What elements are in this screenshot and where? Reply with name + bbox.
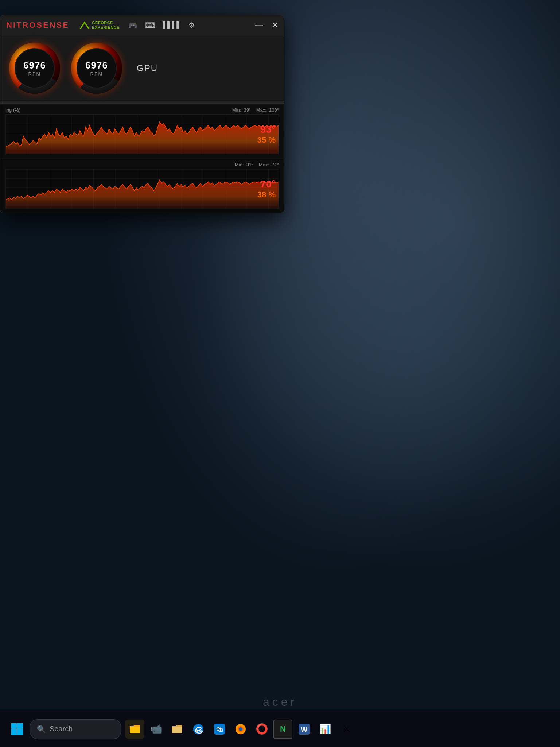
graph-temp-2: 70°: [257, 178, 276, 190]
svg-rect-4: [11, 729, 17, 735]
graph-min-label-1: Min:: [232, 107, 241, 113]
geforce-badge: GEFORCE EXPERIENCE: [79, 20, 120, 29]
fan2-ring-visual: 6976 RPM: [71, 43, 122, 94]
graph-area-2: 70° 38 %: [5, 169, 279, 209]
chart-svg-1: [6, 115, 279, 154]
graph-max-label-1: Max:: [256, 107, 267, 113]
graph-min-val-1: 39°: [244, 107, 251, 113]
firefox-icon: [235, 724, 246, 735]
search-icon: 🔍: [37, 725, 46, 734]
fan2-unit: RPM: [90, 71, 103, 77]
files-icon: [171, 724, 183, 734]
title-bar-controls: — ✕: [255, 20, 278, 30]
gpu-label: GPU: [137, 63, 158, 73]
acer-brand: acer: [263, 695, 297, 709]
fan1-gauge-ring: 6976 RPM: [9, 43, 60, 94]
edge-icon: [193, 724, 204, 735]
svg-point-11: [239, 727, 242, 731]
graph-max-val-2: 71°: [272, 162, 279, 167]
graph-header-2: Min: 31° Max: 71°: [5, 162, 279, 167]
taskbar-icon-folder[interactable]: [168, 720, 187, 739]
audio-icon[interactable]: ▌▌▌▌: [163, 21, 181, 29]
gamepad-icon[interactable]: 🎮: [128, 21, 137, 30]
taskbar-icon-store[interactable]: 🛍: [210, 720, 229, 739]
fan2-gauge-ring: 6976 RPM: [71, 43, 122, 94]
minimize-button[interactable]: —: [255, 20, 263, 30]
taskbar-icon-n[interactable]: N: [273, 720, 292, 739]
search-bar[interactable]: 🔍 Search: [30, 719, 121, 739]
fan2-gauge: 6976 RPM: [71, 43, 122, 94]
search-text: Search: [50, 725, 73, 733]
fan2-value: 6976: [85, 60, 108, 71]
start-button[interactable]: [7, 719, 27, 739]
svg-rect-2: [11, 723, 17, 729]
graph-max-val-1: 100°: [269, 107, 279, 113]
taskbar-icon-zoom[interactable]: 📹: [147, 720, 166, 739]
fan2-inner: 6976 RPM: [77, 48, 117, 88]
graph-max-label-2: Max:: [259, 162, 269, 167]
fan1-gauge: 6976 RPM: [9, 43, 60, 94]
zoom-icon: 📹: [150, 723, 162, 735]
n-icon: N: [280, 724, 286, 734]
graph-area-1: 93° 35 %: [5, 114, 279, 154]
geforce-line1: GEFORCE: [92, 20, 120, 25]
svg-text:W: W: [301, 725, 308, 734]
graph-label-1: ing (%): [5, 107, 20, 113]
taskbar-icon-chart[interactable]: 📊: [316, 720, 335, 739]
graph-pct-2: 38 %: [257, 190, 276, 200]
folder-icon: [129, 724, 141, 734]
title-bar: NITROSENSE GEFORCE EXPERIENCE 🎮 ⌨ ▌▌▌▌ ⚙…: [0, 15, 284, 35]
graph-values-2: 70° 38 %: [257, 178, 276, 200]
graph-panel-2: Min: 31° Max: 71°: [0, 158, 284, 213]
windows-logo-icon: [11, 723, 24, 736]
svg-text:🛍: 🛍: [216, 726, 223, 733]
fan-section: 6976 RPM 6976 RPM GPU: [0, 35, 284, 101]
graph-temp-1: 93°: [257, 124, 276, 135]
taskbar-icon-circle[interactable]: ⭕: [252, 720, 271, 739]
title-bar-icons: 🎮 ⌨ ▌▌▌▌ ⚙: [128, 21, 195, 30]
taskbar-icon-firefox[interactable]: [231, 720, 250, 739]
app-title: NITROSENSE: [6, 20, 69, 30]
fan1-value: 6976: [23, 60, 46, 71]
close-button[interactable]: ✕: [272, 20, 278, 30]
taskbar-icon-word[interactable]: W: [295, 720, 314, 739]
graph-pct-1: 35 %: [257, 135, 276, 145]
title-red: NITRO: [6, 20, 36, 30]
settings-icon[interactable]: ⚙: [188, 21, 195, 30]
geforce-text-block: GEFORCE EXPERIENCE: [92, 20, 120, 29]
taskbar-icon-files[interactable]: [125, 720, 144, 739]
fan1-ring-visual: 6976 RPM: [9, 43, 60, 94]
store-icon: 🛍: [214, 724, 225, 735]
taskbar-icons: 📹 🛍: [125, 720, 356, 739]
graph-values-1: 93° 35 %: [257, 124, 276, 145]
geforce-logo-icon: [79, 21, 90, 29]
chart-svg-2: [6, 169, 279, 209]
svg-rect-5: [18, 729, 23, 735]
geforce-line2: EXPERIENCE: [92, 25, 120, 30]
graph-minmax-1: Min: 39° Max: 100°: [232, 107, 279, 113]
fan1-unit: RPM: [28, 71, 41, 77]
graph-min-label-2: Min:: [235, 162, 244, 167]
taskbar: 🔍 Search 📹: [0, 711, 560, 747]
graph-minmax-2: Min: 31° Max: 71°: [235, 162, 279, 167]
graph-header-1: ing (%) Min: 39° Max: 100°: [5, 107, 279, 113]
graph-min-val-2: 31°: [246, 162, 254, 167]
svg-rect-3: [18, 723, 23, 729]
word-icon: W: [299, 724, 310, 735]
fan1-inner: 6976 RPM: [15, 48, 55, 88]
keyboard-icon[interactable]: ⌨: [145, 21, 155, 30]
title-white: SENSE: [36, 20, 69, 30]
taskbar-icon-edge[interactable]: [189, 720, 208, 739]
graph-panel-1: ing (%) Min: 39° Max: 100°: [0, 103, 284, 158]
nitrosense-window: NITROSENSE GEFORCE EXPERIENCE 🎮 ⌨ ▌▌▌▌ ⚙…: [0, 15, 284, 213]
taskbar-icon-game[interactable]: ⚔: [337, 720, 356, 739]
